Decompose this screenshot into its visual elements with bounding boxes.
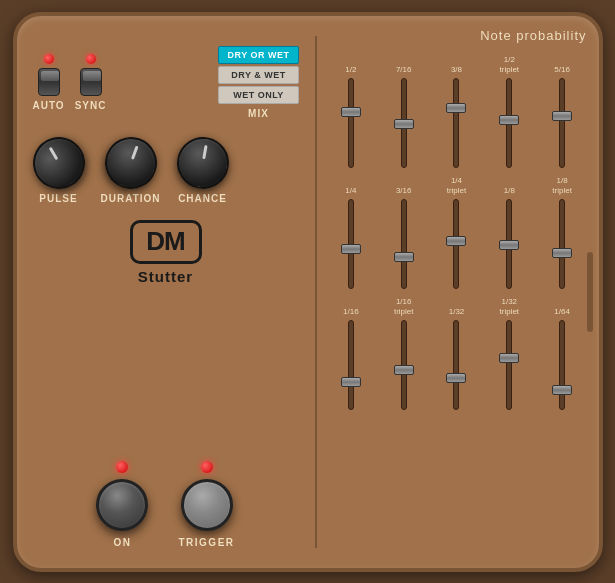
slider-label-1-2: 1/4 triplet (447, 174, 467, 196)
slider-col-0-4: 5/16 (538, 53, 587, 168)
slider-track-2-3[interactable] (506, 320, 512, 410)
pedal: AUTO SYNC DRY OR WET DRY & WET WET ONLY … (13, 12, 603, 572)
slider-track-0-2[interactable] (453, 78, 459, 168)
slider-track-2-1[interactable] (401, 320, 407, 410)
chance-knob-container: CHANCE (177, 137, 229, 204)
mix-control: DRY OR WET DRY & WET WET ONLY MIX (218, 46, 298, 119)
sync-led (86, 54, 96, 64)
trigger-label: TRIGGER (178, 537, 234, 548)
slider-thumb-0-0[interactable] (341, 107, 361, 117)
slider-thumb-2-2[interactable] (446, 373, 466, 383)
slider-col-2-4: 1/64 (538, 295, 587, 410)
slider-thumb-2-1[interactable] (394, 365, 414, 375)
slider-track-2-4[interactable] (559, 320, 565, 410)
slider-col-2-0: 1/16 (327, 295, 376, 410)
slider-row-1: 1/43/161/4 triplet1/81/8 triplet (327, 174, 587, 289)
sliders-container: 1/27/163/81/2 triplet5/161/43/161/4 trip… (327, 53, 587, 416)
on-label: ON (113, 537, 131, 548)
slider-label-1-1: 3/16 (396, 174, 412, 196)
slider-track-0-0[interactable] (348, 78, 354, 168)
trigger-button-group: TRIGGER (178, 461, 234, 548)
chance-label: CHANCE (178, 193, 227, 204)
slider-label-2-3: 1/32 triplet (500, 295, 520, 317)
pulse-knob[interactable] (23, 127, 94, 198)
slider-label-1-3: 1/8 (504, 174, 515, 196)
slider-label-0-1: 7/16 (396, 53, 412, 75)
slider-col-0-3: 1/2 triplet (485, 53, 534, 168)
slider-label-0-3: 1/2 triplet (500, 53, 520, 75)
dm-logo: DM Stutter (33, 220, 299, 285)
slider-thumb-0-2[interactable] (446, 103, 466, 113)
pulse-knob-container: PULSE (33, 137, 85, 204)
slider-track-2-2[interactable] (453, 320, 459, 410)
slider-label-2-0: 1/16 (343, 295, 359, 317)
slider-thumb-1-4[interactable] (552, 248, 572, 258)
slider-col-2-1: 1/16 triplet (379, 295, 428, 410)
slider-label-1-0: 1/4 (345, 174, 356, 196)
slider-col-1-2: 1/4 triplet (432, 174, 481, 289)
note-probability-title: Note probability (327, 28, 587, 43)
mix-label: MIX (248, 108, 269, 119)
on-button-group: ON (96, 461, 148, 548)
slider-thumb-1-3[interactable] (499, 240, 519, 250)
slider-col-0-1: 7/16 (379, 53, 428, 168)
left-panel: AUTO SYNC DRY OR WET DRY & WET WET ONLY … (17, 16, 315, 568)
mix-btn-wet-only[interactable]: WET ONLY (218, 86, 298, 104)
slider-thumb-0-4[interactable] (552, 111, 572, 121)
dm-box: DM (130, 220, 202, 264)
duration-knob-container: DURATION (101, 137, 161, 204)
right-panel: Note probability 1/27/163/81/2 triplet5/… (315, 16, 599, 568)
mix-btn-dry-or-wet[interactable]: DRY OR WET (218, 46, 298, 64)
slider-col-0-2: 3/8 (432, 53, 481, 168)
trigger-button[interactable] (181, 479, 233, 531)
slider-track-1-1[interactable] (401, 199, 407, 289)
slider-row-2: 1/161/16 triplet1/321/32 triplet1/64 (327, 295, 587, 410)
slider-col-1-4: 1/8 triplet (538, 174, 587, 289)
slider-thumb-1-0[interactable] (341, 244, 361, 254)
slider-track-1-0[interactable] (348, 199, 354, 289)
slider-label-2-2: 1/32 (449, 295, 465, 317)
slider-track-0-4[interactable] (559, 78, 565, 168)
slider-thumb-2-4[interactable] (552, 385, 572, 395)
on-button[interactable] (96, 479, 148, 531)
knobs-row: PULSE DURATION CHANCE (33, 137, 299, 204)
sync-label: SYNC (75, 100, 107, 111)
sync-toggle[interactable] (80, 68, 102, 96)
auto-toggle[interactable] (38, 68, 60, 96)
sync-control: SYNC (75, 54, 107, 111)
panel-divider (315, 36, 317, 548)
slider-track-1-4[interactable] (559, 199, 565, 289)
chance-knob[interactable] (172, 132, 232, 192)
slider-col-2-3: 1/32 triplet (485, 295, 534, 410)
slider-label-0-2: 3/8 (451, 53, 462, 75)
stutter-label: Stutter (138, 268, 193, 285)
slider-thumb-0-1[interactable] (394, 119, 414, 129)
slider-label-0-0: 1/2 (345, 53, 356, 75)
slider-label-0-4: 5/16 (554, 53, 570, 75)
slider-thumb-1-2[interactable] (446, 236, 466, 246)
slider-track-2-0[interactable] (348, 320, 354, 410)
slider-thumb-1-1[interactable] (394, 252, 414, 262)
slider-track-0-3[interactable] (506, 78, 512, 168)
slider-thumb-2-3[interactable] (499, 353, 519, 363)
pulse-label: PULSE (39, 193, 77, 204)
mix-buttons: DRY OR WET DRY & WET WET ONLY (218, 46, 298, 104)
slider-col-1-0: 1/4 (327, 174, 376, 289)
slider-track-0-1[interactable] (401, 78, 407, 168)
slider-col-1-3: 1/8 (485, 174, 534, 289)
on-led (116, 461, 128, 473)
slider-col-1-1: 3/16 (379, 174, 428, 289)
slider-track-1-3[interactable] (506, 199, 512, 289)
mix-btn-dry-wet[interactable]: DRY & WET (218, 66, 298, 84)
slider-thumb-2-0[interactable] (341, 377, 361, 387)
slider-track-1-2[interactable] (453, 199, 459, 289)
bottom-buttons: ON TRIGGER (33, 461, 299, 548)
scroll-hint (587, 252, 593, 332)
duration-label: DURATION (101, 193, 161, 204)
slider-col-2-2: 1/32 (432, 295, 481, 410)
auto-led (44, 54, 54, 64)
duration-knob[interactable] (97, 129, 164, 196)
slider-thumb-0-3[interactable] (499, 115, 519, 125)
slider-col-0-0: 1/2 (327, 53, 376, 168)
slider-label-2-1: 1/16 triplet (394, 295, 414, 317)
